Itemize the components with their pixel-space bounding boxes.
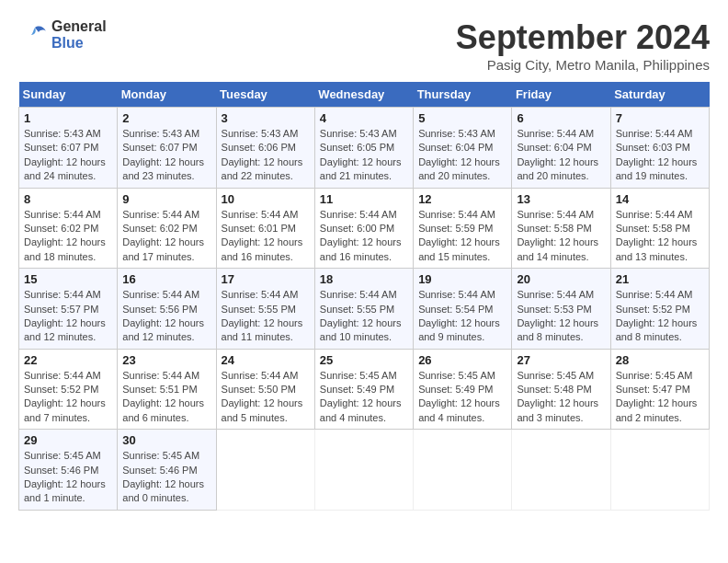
header-monday: Monday <box>118 82 216 108</box>
calendar-cell: 14 Sunrise: 5:44 AMSunset: 5:58 PMDaylig… <box>610 188 709 269</box>
day-info: Sunrise: 5:44 AMSunset: 5:59 PMDaylight:… <box>418 209 500 262</box>
day-info: Sunrise: 5:43 AMSunset: 6:05 PMDaylight:… <box>320 128 402 181</box>
calendar-cell: 19 Sunrise: 5:44 AMSunset: 5:54 PMDaylig… <box>414 269 512 350</box>
day-number: 14 <box>616 192 704 206</box>
day-info: Sunrise: 5:44 AMSunset: 5:50 PMDaylight:… <box>222 370 303 423</box>
day-info: Sunrise: 5:44 AMSunset: 5:55 PMDaylight:… <box>222 289 303 342</box>
calendar-cell: 12 Sunrise: 5:44 AMSunset: 5:59 PMDaylig… <box>414 188 512 269</box>
day-info: Sunrise: 5:45 AMSunset: 5:47 PMDaylight:… <box>616 370 698 423</box>
day-number: 15 <box>24 272 112 286</box>
day-number: 27 <box>517 353 605 367</box>
title-block: September 2024 Pasig City, Metro Manila,… <box>456 18 710 73</box>
day-number: 20 <box>517 272 605 286</box>
day-number: 17 <box>222 272 310 286</box>
calendar-cell: 1 Sunrise: 5:43 AMSunset: 6:07 PMDayligh… <box>19 108 118 189</box>
calendar-cell: 16 Sunrise: 5:44 AMSunset: 5:56 PMDaylig… <box>118 269 216 350</box>
day-info: Sunrise: 5:44 AMSunset: 6:01 PMDaylight:… <box>222 209 303 262</box>
calendar-cell: 5 Sunrise: 5:43 AMSunset: 6:04 PMDayligh… <box>414 108 512 189</box>
week-row-5: 29 Sunrise: 5:45 AMSunset: 5:46 PMDaylig… <box>19 430 710 511</box>
calendar-cell: 15 Sunrise: 5:44 AMSunset: 5:57 PMDaylig… <box>19 269 118 350</box>
day-number: 2 <box>122 111 210 125</box>
header-friday: Friday <box>512 82 610 108</box>
day-info: Sunrise: 5:44 AMSunset: 5:52 PMDaylight:… <box>616 289 698 342</box>
calendar-cell: 23 Sunrise: 5:44 AMSunset: 5:51 PMDaylig… <box>118 349 216 430</box>
day-number: 25 <box>320 353 408 367</box>
calendar-cell: 2 Sunrise: 5:43 AMSunset: 6:07 PMDayligh… <box>118 108 216 189</box>
week-row-3: 15 Sunrise: 5:44 AMSunset: 5:57 PMDaylig… <box>19 269 710 350</box>
calendar-cell <box>216 430 314 511</box>
calendar-cell: 28 Sunrise: 5:45 AMSunset: 5:47 PMDaylig… <box>610 349 709 430</box>
day-number: 13 <box>517 192 605 206</box>
logo-general: General <box>51 18 107 34</box>
calendar-cell: 13 Sunrise: 5:44 AMSunset: 5:58 PMDaylig… <box>512 188 610 269</box>
day-number: 26 <box>418 353 506 367</box>
day-number: 19 <box>418 272 506 286</box>
day-info: Sunrise: 5:43 AMSunset: 6:04 PMDaylight:… <box>418 128 500 181</box>
calendar-cell: 26 Sunrise: 5:45 AMSunset: 5:49 PMDaylig… <box>414 349 512 430</box>
header-wednesday: Wednesday <box>314 82 413 108</box>
day-info: Sunrise: 5:45 AMSunset: 5:46 PMDaylight:… <box>122 450 204 503</box>
page-header: General Blue September 2024 Pasig City, … <box>18 18 710 73</box>
day-number: 12 <box>418 192 506 206</box>
day-number: 8 <box>24 192 112 206</box>
day-number: 5 <box>418 111 506 125</box>
day-info: Sunrise: 5:43 AMSunset: 6:06 PMDaylight:… <box>222 128 303 181</box>
day-number: 11 <box>320 192 408 206</box>
calendar-cell: 18 Sunrise: 5:44 AMSunset: 5:55 PMDaylig… <box>314 269 413 350</box>
calendar-cell: 20 Sunrise: 5:44 AMSunset: 5:53 PMDaylig… <box>512 269 610 350</box>
calendar-cell <box>414 430 512 511</box>
day-info: Sunrise: 5:44 AMSunset: 5:58 PMDaylight:… <box>616 209 698 262</box>
calendar-cell: 24 Sunrise: 5:44 AMSunset: 5:50 PMDaylig… <box>216 349 314 430</box>
day-info: Sunrise: 5:44 AMSunset: 5:54 PMDaylight:… <box>418 289 500 342</box>
main-title: September 2024 <box>456 18 710 57</box>
day-info: Sunrise: 5:45 AMSunset: 5:48 PMDaylight:… <box>517 370 598 423</box>
calendar-cell: 11 Sunrise: 5:44 AMSunset: 6:00 PMDaylig… <box>314 188 413 269</box>
calendar-cell: 8 Sunrise: 5:44 AMSunset: 6:02 PMDayligh… <box>19 188 118 269</box>
calendar-cell: 3 Sunrise: 5:43 AMSunset: 6:06 PMDayligh… <box>216 108 314 189</box>
calendar-cell: 10 Sunrise: 5:44 AMSunset: 6:01 PMDaylig… <box>216 188 314 269</box>
day-number: 9 <box>122 192 210 206</box>
header-thursday: Thursday <box>414 82 512 108</box>
calendar-cell: 22 Sunrise: 5:44 AMSunset: 5:52 PMDaylig… <box>19 349 118 430</box>
week-row-4: 22 Sunrise: 5:44 AMSunset: 5:52 PMDaylig… <box>19 349 710 430</box>
day-number: 21 <box>616 272 704 286</box>
calendar-cell: 7 Sunrise: 5:44 AMSunset: 6:03 PMDayligh… <box>610 108 709 189</box>
day-number: 4 <box>320 111 408 125</box>
header-saturday: Saturday <box>610 82 709 108</box>
week-row-1: 1 Sunrise: 5:43 AMSunset: 6:07 PMDayligh… <box>19 108 710 189</box>
calendar-cell: 9 Sunrise: 5:44 AMSunset: 6:02 PMDayligh… <box>118 188 216 269</box>
calendar-table: SundayMondayTuesdayWednesdayThursdayFrid… <box>18 82 710 511</box>
day-info: Sunrise: 5:43 AMSunset: 6:07 PMDaylight:… <box>24 128 106 181</box>
day-info: Sunrise: 5:44 AMSunset: 6:04 PMDaylight:… <box>517 128 598 181</box>
day-number: 16 <box>122 272 210 286</box>
calendar-cell: 21 Sunrise: 5:44 AMSunset: 5:52 PMDaylig… <box>610 269 709 350</box>
day-number: 3 <box>222 111 310 125</box>
calendar-cell <box>512 430 610 511</box>
sub-title: Pasig City, Metro Manila, Philippines <box>456 57 710 73</box>
logo: General Blue <box>18 18 107 52</box>
calendar-cell: 27 Sunrise: 5:45 AMSunset: 5:48 PMDaylig… <box>512 349 610 430</box>
day-number: 6 <box>517 111 605 125</box>
day-number: 24 <box>222 353 310 367</box>
day-number: 23 <box>122 353 210 367</box>
calendar-cell: 29 Sunrise: 5:45 AMSunset: 5:46 PMDaylig… <box>19 430 118 511</box>
day-number: 18 <box>320 272 408 286</box>
day-info: Sunrise: 5:44 AMSunset: 6:03 PMDaylight:… <box>616 128 698 181</box>
day-info: Sunrise: 5:45 AMSunset: 5:46 PMDaylight:… <box>24 450 106 503</box>
day-info: Sunrise: 5:44 AMSunset: 5:52 PMDaylight:… <box>24 370 106 423</box>
calendar-cell: 25 Sunrise: 5:45 AMSunset: 5:49 PMDaylig… <box>314 349 413 430</box>
day-info: Sunrise: 5:44 AMSunset: 6:02 PMDaylight:… <box>24 209 106 262</box>
day-number: 1 <box>24 111 112 125</box>
day-info: Sunrise: 5:44 AMSunset: 5:58 PMDaylight:… <box>517 209 598 262</box>
header-tuesday: Tuesday <box>216 82 314 108</box>
week-row-2: 8 Sunrise: 5:44 AMSunset: 6:02 PMDayligh… <box>19 188 710 269</box>
day-number: 29 <box>24 433 112 447</box>
logo-blue: Blue <box>51 35 84 51</box>
day-info: Sunrise: 5:44 AMSunset: 5:51 PMDaylight:… <box>122 370 204 423</box>
day-info: Sunrise: 5:44 AMSunset: 5:57 PMDaylight:… <box>24 289 106 342</box>
day-info: Sunrise: 5:45 AMSunset: 5:49 PMDaylight:… <box>320 370 402 423</box>
day-info: Sunrise: 5:44 AMSunset: 5:55 PMDaylight:… <box>320 289 402 342</box>
day-info: Sunrise: 5:45 AMSunset: 5:49 PMDaylight:… <box>418 370 500 423</box>
day-info: Sunrise: 5:44 AMSunset: 5:56 PMDaylight:… <box>122 289 204 342</box>
day-number: 7 <box>616 111 704 125</box>
